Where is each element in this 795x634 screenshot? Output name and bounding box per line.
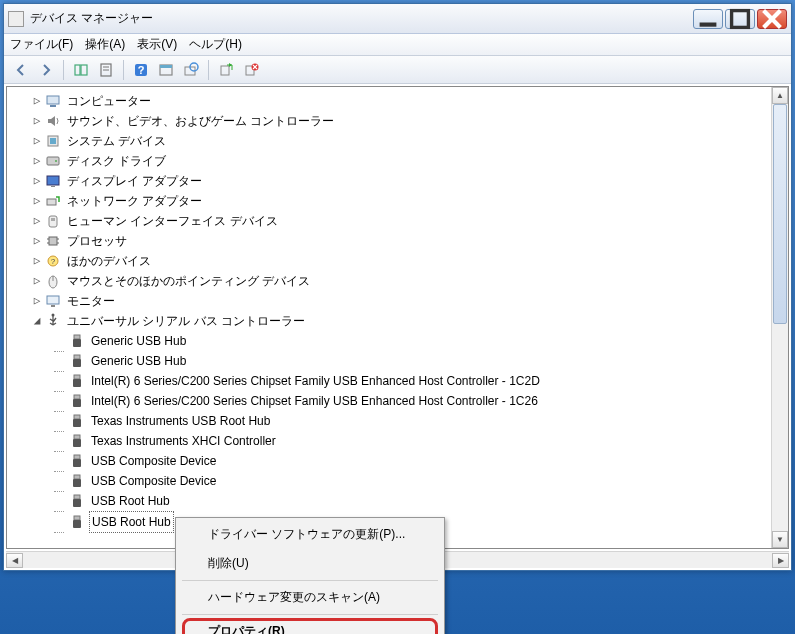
device-tree[interactable]: ▷コンピューター▷サウンド、ビデオ、およびゲーム コントローラー▷システム デバ…	[6, 86, 789, 549]
minimize-button[interactable]	[693, 9, 723, 29]
tree-node-label: マウスとそのほかのポインティング デバイス	[65, 271, 312, 291]
toolbar-separator	[63, 60, 64, 80]
ctx-scan-hardware[interactable]: ハードウェア変更のスキャン(A)	[178, 583, 442, 612]
expander-icon[interactable]: ▷	[29, 251, 45, 271]
forward-button[interactable]	[35, 59, 57, 81]
svg-rect-28	[47, 199, 56, 205]
svg-rect-21	[50, 105, 56, 107]
svg-text:?: ?	[138, 64, 145, 76]
scroll-thumb[interactable]	[773, 104, 787, 324]
ctx-separator	[182, 614, 438, 615]
menu-action[interactable]: 操作(A)	[85, 36, 125, 53]
tree-node[interactable]: ▷サウンド、ビデオ、およびゲーム コントローラー	[9, 111, 786, 131]
tree-leaf[interactable]: Texas Instruments XHCI Controller	[9, 431, 786, 451]
svg-rect-59	[74, 495, 80, 499]
tree-leaf[interactable]: USB Composite Device	[9, 471, 786, 491]
vertical-scrollbar[interactable]: ▲ ▼	[771, 87, 788, 548]
menu-file[interactable]: ファイル(F)	[10, 36, 73, 53]
close-button[interactable]	[757, 9, 787, 29]
svg-rect-47	[74, 375, 80, 379]
tree-node-label: ヒューマン インターフェイス デバイス	[65, 211, 280, 231]
ctx-update-driver[interactable]: ドライバー ソフトウェアの更新(P)...	[178, 520, 442, 549]
expander-icon[interactable]: ▷	[29, 291, 45, 311]
menu-help[interactable]: ヘルプ(H)	[189, 36, 242, 53]
tree-node[interactable]: ▷モニター	[9, 291, 786, 311]
svg-rect-23	[50, 138, 56, 144]
tree-leaf-label: USB Root Hub	[89, 511, 174, 533]
tree-leaf[interactable]: USB Root Hub	[9, 491, 786, 511]
titlebar[interactable]: デバイス マネージャー	[4, 4, 791, 34]
ctx-separator	[182, 580, 438, 581]
maximize-button[interactable]	[725, 9, 755, 29]
help-button[interactable]: ?	[130, 59, 152, 81]
show-hide-tree-button[interactable]	[70, 59, 92, 81]
scroll-right-button[interactable]: ▶	[772, 553, 789, 568]
tree-node-label: ディスプレイ アダプター	[65, 171, 204, 191]
expander-icon[interactable]: ▷	[29, 111, 45, 131]
svg-rect-43	[74, 335, 80, 339]
svg-rect-15	[221, 66, 229, 75]
tree-node[interactable]: ▷ディスク ドライブ	[9, 151, 786, 171]
action-button[interactable]	[155, 59, 177, 81]
expander-icon[interactable]: ▷	[29, 271, 45, 291]
svg-rect-44	[73, 339, 81, 347]
scroll-left-button[interactable]: ◀	[6, 553, 23, 568]
ctx-properties[interactable]: プロパティ(R)	[178, 617, 442, 634]
scroll-up-button[interactable]: ▲	[772, 87, 788, 104]
expander-icon[interactable]: ▷	[29, 131, 45, 151]
tree-node[interactable]: ▷マウスとそのほかのポインティング デバイス	[9, 271, 786, 291]
svg-rect-24	[47, 157, 59, 165]
tree-node[interactable]: ▷ヒューマン インターフェイス デバイス	[9, 211, 786, 231]
tree-leaf[interactable]: Generic USB Hub	[9, 331, 786, 351]
back-button[interactable]	[10, 59, 32, 81]
svg-rect-57	[74, 475, 80, 479]
context-menu: ドライバー ソフトウェアの更新(P)... 削除(U) ハードウェア変更のスキャ…	[175, 517, 445, 634]
properties-button[interactable]	[95, 59, 117, 81]
tree-leaf-label: Intel(R) 6 Series/C200 Series Chipset Fa…	[89, 371, 542, 391]
enable-device-button[interactable]	[215, 59, 237, 81]
tree-node[interactable]: ◢ユニバーサル シリアル バス コントローラー	[9, 311, 786, 331]
tree-node[interactable]: ▷ディスプレイ アダプター	[9, 171, 786, 191]
tree-leaf-label: Generic USB Hub	[89, 351, 188, 371]
scan-hardware-button[interactable]	[180, 59, 202, 81]
svg-rect-27	[51, 186, 55, 187]
tree-leaf-label: USB Composite Device	[89, 471, 218, 491]
tree-leaf-label: Texas Instruments USB Root Hub	[89, 411, 272, 431]
tree-leaf[interactable]: Generic USB Hub	[9, 351, 786, 371]
window-controls	[693, 9, 787, 29]
tree-leaf-label: Texas Instruments XHCI Controller	[89, 431, 278, 451]
tree-leaf-label: USB Root Hub	[89, 491, 172, 511]
tree-node[interactable]: ▷ネットワーク アダプター	[9, 191, 786, 211]
svg-rect-50	[73, 399, 81, 407]
expander-icon[interactable]: ◢	[29, 311, 45, 331]
tree-node[interactable]: ▷システム デバイス	[9, 131, 786, 151]
tree-leaf[interactable]: Intel(R) 6 Series/C200 Series Chipset Fa…	[9, 391, 786, 411]
menu-view[interactable]: 表示(V)	[137, 36, 177, 53]
svg-rect-26	[47, 176, 59, 185]
tree-leaf-label: Intel(R) 6 Series/C200 Series Chipset Fa…	[89, 391, 540, 411]
tree-node-label: ユニバーサル シリアル バス コントローラー	[65, 311, 307, 331]
disable-device-button[interactable]	[240, 59, 262, 81]
tree-node[interactable]: ▷プロセッサ	[9, 231, 786, 251]
svg-rect-45	[74, 355, 80, 359]
ctx-delete[interactable]: 削除(U)	[178, 549, 442, 578]
tree-leaf[interactable]: Texas Instruments USB Root Hub	[9, 411, 786, 431]
expander-icon[interactable]: ▷	[29, 191, 45, 211]
tree-node[interactable]: ▷コンピューター	[9, 91, 786, 111]
svg-rect-30	[51, 218, 55, 221]
expander-icon[interactable]: ▷	[29, 231, 45, 251]
expander-icon[interactable]: ▷	[29, 151, 45, 171]
expander-icon[interactable]: ▷	[29, 211, 45, 231]
window-title: デバイス マネージャー	[30, 10, 693, 27]
tree-node[interactable]: ▷?ほかのデバイス	[9, 251, 786, 271]
tree-node-label: ほかのデバイス	[65, 251, 153, 271]
tree-leaf[interactable]: USB Composite Device	[9, 451, 786, 471]
svg-rect-54	[73, 439, 81, 447]
expander-icon[interactable]: ▷	[29, 171, 45, 191]
svg-rect-60	[73, 499, 81, 507]
tree-leaf[interactable]: Intel(R) 6 Series/C200 Series Chipset Fa…	[9, 371, 786, 391]
svg-rect-53	[74, 435, 80, 439]
scroll-down-button[interactable]: ▼	[772, 531, 788, 548]
expander-icon[interactable]: ▷	[29, 91, 45, 111]
svg-rect-29	[49, 216, 57, 227]
